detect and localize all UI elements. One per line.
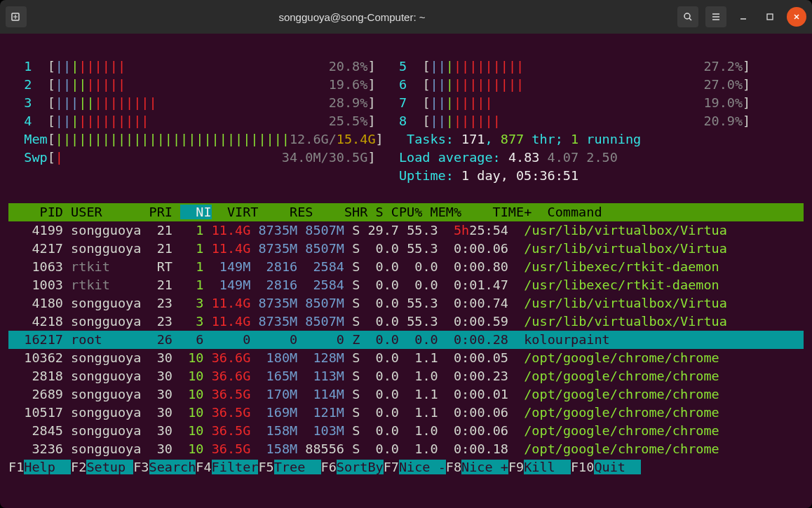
fkey-label[interactable]: Nice - [399,460,446,474]
terminal-window: songguoya@song-Computer: ~ 1 [||||||||| [0,0,812,508]
cpu-meter-row: 1 [||||||||| 20.8%] 5 [|||||||||||| 27.2… [8,57,804,76]
process-row[interactable]: 2689 songguoya 30 10 36.5G 170M 114M S 0… [8,385,804,404]
fkey-label[interactable]: Tree [274,460,321,474]
table-header[interactable]: PID USER PRI NI VIRT RES SHR S CPU% MEM%… [8,203,804,221]
minimize-button[interactable] [733,7,753,27]
titlebar: songguoya@song-Computer: ~ [0,0,812,34]
process-row[interactable]: 4199 songguoya 21 1 11.4G 8735M 8507M S … [8,221,804,240]
fkey-bar: F1Help F2Setup F3SearchF4FilterF5Tree F6… [8,458,804,476]
blank-row-2 [8,185,804,203]
terminal-body[interactable]: 1 [||||||||| 20.8%] 5 [|||||||||||| 27.2… [0,34,812,508]
fkey-label[interactable]: SortBy [337,460,384,474]
process-row[interactable]: 2818 songguoya 30 10 36.6G 165M 113M S 0… [8,367,804,385]
tasks-threads: 877 [501,132,524,146]
maximize-button[interactable] [760,7,780,27]
window-title: songguoya@song-Computer: ~ [27,11,677,23]
process-row[interactable]: 10362 songguoya 30 10 36.6G 180M 128M S … [8,349,804,367]
uptime-label: Uptime: [399,168,461,183]
mem-used: 12.6G [290,132,329,146]
fkey[interactable]: F9 [508,460,524,474]
new-tab-button[interactable] [6,6,27,27]
fkey[interactable]: F5 [258,460,273,474]
fkey-label[interactable]: Help [24,460,71,474]
blank-row [8,39,804,57]
process-row[interactable]: 4217 songguoya 21 1 11.4G 8735M 8507M S … [8,240,804,258]
process-row[interactable]: 2845 songguoya 30 10 36.5G 158M 103M S 0… [8,422,804,440]
process-row[interactable]: 1003 rtkit 21 1 149M 2816 2584 S 0.0 0.0… [8,276,804,294]
svg-point-1 [684,13,690,19]
fkey[interactable]: F8 [446,460,461,474]
process-row[interactable]: 3236 songguoya 30 10 36.5G 158M 88556 S … [8,440,804,458]
uptime-row: Uptime: 1 day, 05:36:51 [8,167,804,185]
load-5: 4.07 [548,150,579,165]
load-15: 2.50 [586,150,618,165]
svg-rect-2 [767,14,773,20]
search-button[interactable] [677,6,698,27]
fkey-label[interactable]: Setup [86,460,133,474]
swp-label: Swp [24,150,47,165]
fkey[interactable]: F1 [8,460,24,474]
tasks-procs: 171 [461,132,485,146]
swp-load-row: Swp[| 34.0M/30.5G] Load average: 4.83 4.… [8,149,804,167]
fkey[interactable]: F10 [571,460,594,474]
tasks-label: Tasks: [407,132,461,146]
fkey[interactable]: F3 [133,460,149,474]
process-row[interactable]: 4218 songguoya 23 3 11.4G 8735M 8507M S … [8,313,804,331]
mem-total: 15.4G [337,132,376,146]
cpu-meter-row: 3 [||||||||||||| 28.9%] 7 [|||||||| 19.0… [8,94,804,112]
load-1: 4.83 [508,150,540,165]
uptime-value: 1 day, 05:36:51 [461,168,578,183]
fkey[interactable]: F4 [196,460,211,474]
mem-tasks-row: Mem[||||||||||||||||||||||||||||||12.6G/… [8,130,804,149]
swp-value: 34.0M/30.5G [282,150,368,165]
cpu-meter-row: 4 [|||||||||||| 25.5%] 8 [||||||||| 20.9… [8,112,804,130]
fkey[interactable]: F7 [384,460,399,474]
tasks-running: 1 [571,132,578,146]
fkey[interactable]: F6 [321,460,337,474]
load-label: Load average: [399,150,508,165]
menu-button[interactable] [705,6,726,27]
fkey-label[interactable]: Search [149,460,196,474]
process-row[interactable]: 16217 root 26 6 0 0 0 Z 0.0 0.0 0:00.28 … [8,331,804,349]
fkey-label[interactable]: Filter [212,460,259,474]
mem-label: Mem [24,132,47,146]
fkey-label[interactable]: Kill [524,460,571,474]
fkey[interactable]: F2 [71,460,86,474]
close-button[interactable] [787,7,806,27]
cpu-meter-row: 2 [||||||||| 19.6%] 6 [|||||||||||| 27.0… [8,76,804,94]
fkey-label[interactable]: Nice + [461,460,508,474]
process-row[interactable]: 1063 rtkit RT 1 149M 2816 2584 S 0.0 0.0… [8,258,804,276]
fkey-label[interactable]: Quit [594,460,641,474]
process-row[interactable]: 4180 songguoya 23 3 11.4G 8735M 8507M S … [8,294,804,313]
process-row[interactable]: 10517 songguoya 30 10 36.5G 169M 121M S … [8,404,804,422]
